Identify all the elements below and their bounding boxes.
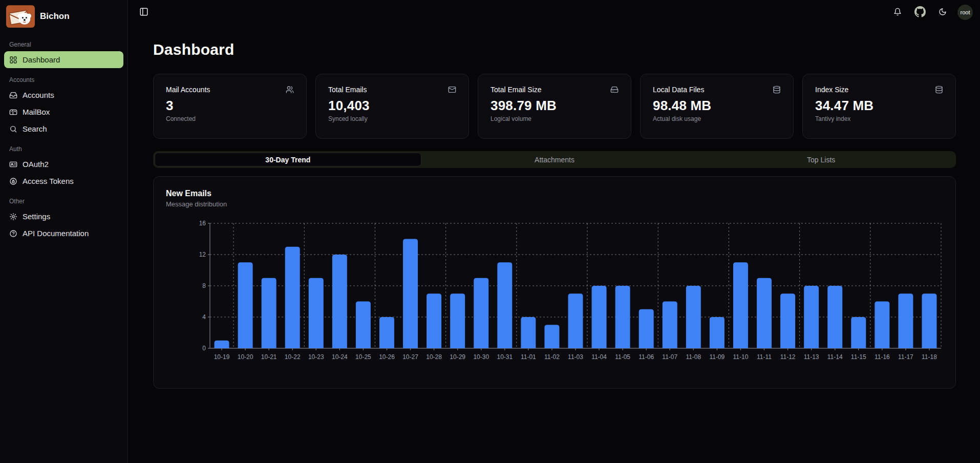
bichon-logo-icon <box>6 5 35 28</box>
stat-card-index-size: Index Size34.47 MBTantivy index <box>802 74 956 139</box>
mailbox-icon <box>9 108 17 116</box>
theme-toggle-button[interactable] <box>935 5 950 20</box>
svg-text:12: 12 <box>199 251 206 258</box>
svg-text:10-24: 10-24 <box>332 353 348 361</box>
page-title: Dashboard <box>153 41 956 58</box>
sidebar-item-access-tokens[interactable]: Access Tokens <box>4 173 123 190</box>
bar-10-22 <box>285 247 300 348</box>
bar-10-28 <box>427 293 441 348</box>
svg-text:11-04: 11-04 <box>591 353 607 361</box>
sidebar-item-search[interactable]: Search <box>4 120 123 137</box>
bar-11-01 <box>521 317 536 348</box>
github-icon <box>914 6 926 19</box>
new-emails-bar-chart: 048121610-1910-2010-2110-2210-2310-2410-… <box>166 218 943 370</box>
stat-card-mail-accounts: Mail Accounts3Connected <box>153 74 307 139</box>
svg-text:10-26: 10-26 <box>379 353 395 361</box>
svg-text:10-28: 10-28 <box>426 353 442 361</box>
tab-30-day-trend[interactable]: 30-Day Trend <box>155 153 421 166</box>
stat-title: Total Email Size <box>491 86 542 94</box>
bar-11-17 <box>898 293 913 348</box>
sidebar-item-label: Accounts <box>23 91 54 99</box>
stat-subtitle: Tantivy index <box>815 115 943 122</box>
svg-text:10-31: 10-31 <box>497 353 513 361</box>
bar-11-12 <box>780 293 795 348</box>
sidebar-item-label: Settings <box>23 212 50 221</box>
svg-text:10-22: 10-22 <box>285 353 301 361</box>
svg-text:11-16: 11-16 <box>875 353 890 361</box>
help-circle-icon <box>9 229 17 238</box>
notifications-button[interactable] <box>890 5 905 20</box>
svg-text:10-27: 10-27 <box>402 353 418 361</box>
sidebar-item-accounts[interactable]: Accounts <box>4 87 123 103</box>
tab-list: 30-Day TrendAttachmentsTop Lists <box>153 151 956 168</box>
svg-text:11-17: 11-17 <box>898 353 913 361</box>
svg-text:11-08: 11-08 <box>686 353 701 361</box>
main-content: Dashboard Mail Accounts3ConnectedTotal E… <box>128 25 980 463</box>
svg-text:11-03: 11-03 <box>568 353 583 361</box>
stat-card-total-emails: Total Emails10,403Synced locally <box>315 74 469 139</box>
stat-subtitle: Synced locally <box>328 115 456 122</box>
bar-11-09 <box>710 317 725 348</box>
svg-text:4: 4 <box>202 313 206 321</box>
svg-text:10-30: 10-30 <box>473 353 489 361</box>
bar-11-05 <box>615 286 630 348</box>
user-name: root <box>961 9 970 15</box>
database-icon <box>935 86 943 94</box>
svg-text:0: 0 <box>202 345 206 352</box>
bar-11-18 <box>922 293 936 348</box>
id-card-icon <box>9 160 17 169</box>
gear-icon <box>9 213 17 221</box>
database-icon <box>773 86 781 94</box>
svg-text:11-05: 11-05 <box>615 353 630 361</box>
svg-text:10-25: 10-25 <box>355 353 371 361</box>
svg-text:10-19: 10-19 <box>214 353 230 361</box>
tab-attachments[interactable]: Attachments <box>421 153 688 166</box>
bar-11-08 <box>686 286 701 348</box>
bar-11-07 <box>663 302 677 349</box>
sidebar-toggle-button[interactable] <box>136 5 152 20</box>
svg-text:10-20: 10-20 <box>238 353 253 361</box>
stat-card-local-data-files: Local Data Files98.48 MBActual disk usag… <box>640 74 794 139</box>
svg-text:11-01: 11-01 <box>521 353 536 361</box>
bar-11-15 <box>851 317 866 348</box>
sidebar-item-label: Access Tokens <box>23 177 74 185</box>
sidebar-item-settings[interactable]: Settings <box>4 208 123 225</box>
sidebar-item-label: MailBox <box>23 108 50 116</box>
svg-text:11-02: 11-02 <box>544 353 560 361</box>
stat-value: 398.79 MB <box>491 98 619 114</box>
brand[interactable]: Bichon <box>4 3 123 33</box>
svg-text:8: 8 <box>202 282 206 289</box>
bar-10-29 <box>450 293 465 348</box>
users-icon <box>286 86 294 94</box>
bar-10-24 <box>332 255 347 348</box>
section-label: Accounts <box>4 76 123 83</box>
stat-value: 3 <box>166 98 294 114</box>
bar-10-20 <box>238 262 253 348</box>
bar-11-16 <box>875 302 889 349</box>
section-label: Auth <box>4 145 123 153</box>
svg-text:11-15: 11-15 <box>851 353 866 361</box>
stat-value: 10,403 <box>328 98 456 114</box>
bar-10-30 <box>474 278 488 348</box>
sidebar-item-oauth2[interactable]: OAuth2 <box>4 156 123 173</box>
bar-10-19 <box>215 341 229 348</box>
svg-text:11-09: 11-09 <box>709 353 725 361</box>
tab-top-lists[interactable]: Top Lists <box>688 153 954 166</box>
stat-title: Mail Accounts <box>166 86 210 94</box>
svg-text:11-12: 11-12 <box>780 353 796 361</box>
bar-10-31 <box>497 262 512 348</box>
sidebar-item-label: Dashboard <box>23 55 60 64</box>
sidebar-item-label: OAuth2 <box>23 160 49 169</box>
sidebar-item-label: Search <box>23 124 47 133</box>
section-label: General <box>4 41 123 48</box>
user-avatar[interactable]: root <box>957 5 973 20</box>
moon-icon <box>939 8 947 17</box>
sidebar-item-mailbox[interactable]: MailBox <box>4 103 123 120</box>
chart-card: New Emails Message distribution 04812161… <box>153 176 956 389</box>
sidebar-nav: GeneralDashboardAccountsAccountsMailBoxS… <box>4 33 123 242</box>
sidebar-item-api-documentation[interactable]: API Documentation <box>4 225 123 242</box>
stat-title: Local Data Files <box>653 86 704 94</box>
github-button[interactable] <box>912 5 928 20</box>
svg-text:11-18: 11-18 <box>922 353 937 361</box>
sidebar-item-dashboard[interactable]: Dashboard <box>4 51 123 68</box>
